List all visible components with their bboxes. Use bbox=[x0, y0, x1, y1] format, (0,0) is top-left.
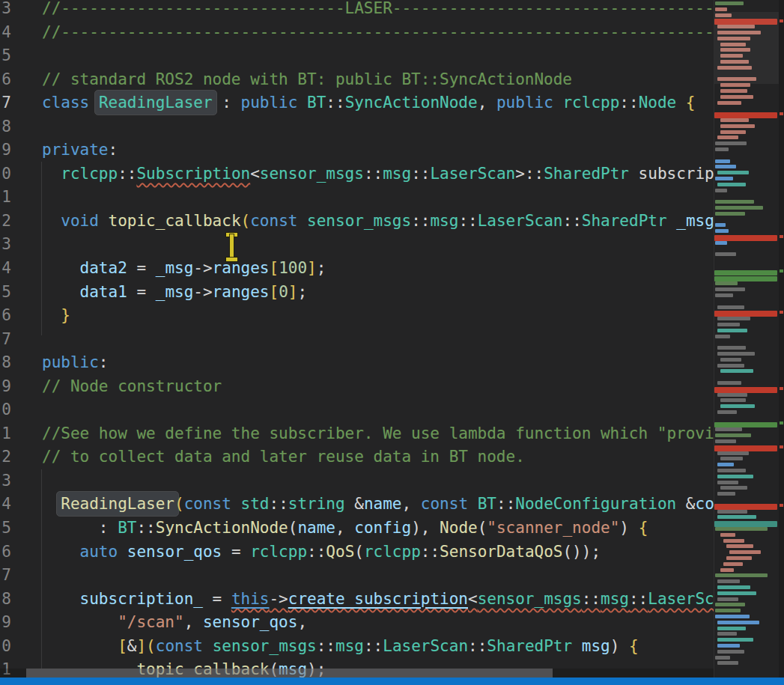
minimap-row bbox=[717, 579, 740, 583]
minimap-row bbox=[717, 305, 744, 309]
minimap-row bbox=[715, 615, 750, 618]
line-number[interactable]: 7 bbox=[0, 328, 11, 352]
minimap-row bbox=[714, 422, 777, 427]
code-line[interactable] bbox=[42, 328, 714, 352]
code-line[interactable]: // standard ROS2 node with BT: public BT… bbox=[42, 68, 714, 92]
line-number[interactable]: 5 bbox=[0, 44, 11, 68]
code-line[interactable]: //--------------------------------------… bbox=[42, 21, 714, 45]
minimap-row bbox=[715, 1, 744, 5]
line-number[interactable]: 5 bbox=[0, 517, 11, 541]
minimap-row bbox=[715, 609, 741, 612]
minimap-row bbox=[720, 118, 749, 122]
code-line[interactable]: class ReadingLaser : public BT::SyncActi… bbox=[42, 91, 714, 115]
minimap-row bbox=[715, 141, 747, 145]
code-line[interactable]: public: bbox=[42, 351, 714, 375]
code-line[interactable] bbox=[42, 115, 714, 139]
line-number[interactable]: 8 bbox=[0, 588, 11, 612]
line-number[interactable]: 8 bbox=[0, 115, 11, 139]
minimap-row bbox=[717, 585, 750, 589]
line-number[interactable]: 0 bbox=[0, 635, 11, 659]
minimap-slider[interactable] bbox=[714, 12, 780, 84]
code-line[interactable] bbox=[42, 398, 714, 422]
code-line[interactable] bbox=[42, 469, 714, 493]
code-line[interactable]: rclcpp::Subscription<sensor_msgs::msg::L… bbox=[42, 162, 714, 186]
line-number[interactable]: 8 bbox=[0, 351, 11, 375]
minimap-row bbox=[717, 597, 738, 601]
code-line[interactable]: auto sensor_qos = rclcpp::QoS(rclcpp::Se… bbox=[42, 541, 714, 564]
minimap-row bbox=[717, 323, 740, 326]
line-number[interactable]: 6 bbox=[0, 304, 11, 328]
code-line[interactable]: "/scan", sensor_qos, bbox=[42, 611, 714, 635]
code-line[interactable]: : BT::SyncActionNode(name, config), Node… bbox=[42, 517, 714, 541]
code-line[interactable]: //See how we define the subscriber. We u… bbox=[42, 422, 714, 446]
minimap-row bbox=[720, 89, 747, 93]
code-line[interactable] bbox=[42, 564, 714, 588]
line-number[interactable]: 0 bbox=[0, 162, 11, 186]
line-number[interactable]: 9 bbox=[0, 375, 11, 399]
line-number[interactable]: 2 bbox=[0, 210, 11, 234]
line-number[interactable]: 6 bbox=[0, 541, 11, 564]
minimap-row bbox=[717, 101, 741, 105]
minimap-row bbox=[715, 656, 730, 660]
minimap-row bbox=[717, 451, 749, 455]
code-line[interactable]: ReadingLaser(const std::string &name, co… bbox=[42, 493, 714, 517]
line-number[interactable]: 1 bbox=[0, 422, 11, 446]
minimap-row bbox=[729, 550, 761, 554]
minimap-row bbox=[726, 544, 753, 548]
code-line[interactable]: subscription_ = this->create_subscriptio… bbox=[42, 588, 714, 612]
line-number[interactable]: 4 bbox=[0, 493, 11, 517]
minimap-row bbox=[717, 183, 746, 186]
code-line[interactable]: // to collect data and later reuse data … bbox=[42, 445, 714, 469]
minimap-row bbox=[715, 293, 733, 297]
horizontal-scrollbar-thumb[interactable] bbox=[26, 669, 553, 678]
minimap-row bbox=[715, 287, 745, 291]
line-number[interactable]: 9 bbox=[0, 611, 11, 635]
code-line[interactable] bbox=[42, 186, 714, 210]
minimap-row bbox=[717, 317, 750, 320]
code-line[interactable] bbox=[42, 44, 714, 68]
line-number[interactable]: 6 bbox=[0, 68, 11, 92]
minimap-row bbox=[720, 533, 735, 537]
minimap-row bbox=[717, 136, 738, 139]
line-number[interactable]: 3 bbox=[0, 0, 11, 21]
minimap-row bbox=[717, 661, 738, 665]
minimap-row bbox=[715, 7, 727, 11]
code-line[interactable]: } bbox=[42, 304, 714, 328]
line-number[interactable]: 0 bbox=[0, 398, 11, 422]
line-number[interactable]: 1 bbox=[0, 186, 11, 210]
minimap-row bbox=[723, 562, 743, 566]
horizontal-scrollbar[interactable] bbox=[0, 669, 714, 678]
minimap-row bbox=[726, 556, 752, 560]
code-line[interactable]: // Node constructor bbox=[42, 375, 714, 399]
code-line[interactable]: data1 = _msg->ranges[0]; bbox=[42, 281, 714, 305]
minimap-row bbox=[720, 95, 753, 99]
line-number[interactable]: 7 bbox=[0, 564, 11, 588]
minimap-row bbox=[715, 229, 729, 233]
code-line[interactable]: [&](const sensor_msgs::msg::LaserScan::S… bbox=[42, 635, 714, 659]
minimap[interactable] bbox=[714, 0, 780, 685]
line-number[interactable]: 2 bbox=[0, 445, 11, 469]
code-line[interactable]: //------------------------------LASER---… bbox=[42, 0, 714, 21]
line-number[interactable]: 5 bbox=[0, 281, 11, 305]
minimap-row bbox=[717, 481, 738, 484]
minimap-row bbox=[717, 492, 735, 496]
line-number[interactable]: 3 bbox=[0, 233, 11, 257]
line-number[interactable]: 7 bbox=[0, 91, 11, 115]
minimap-row bbox=[720, 404, 755, 408]
minimap-row bbox=[717, 644, 740, 648]
code-lines[interactable]: //------------------------------LASER---… bbox=[42, 0, 714, 682]
minimap-row bbox=[714, 311, 777, 317]
line-number[interactable]: 9 bbox=[0, 138, 11, 162]
line-number[interactable]: 3 bbox=[0, 469, 11, 493]
code-line[interactable]: private: bbox=[42, 138, 714, 162]
line-number[interactable]: 4 bbox=[0, 21, 11, 45]
code-line[interactable] bbox=[42, 233, 714, 257]
code-area[interactable]: 34567890123456789012345678901 //--------… bbox=[0, 0, 714, 685]
minimap-row bbox=[717, 650, 744, 654]
status-bar[interactable] bbox=[0, 678, 784, 685]
line-number-gutter[interactable]: 34567890123456789012345678901 bbox=[0, 0, 11, 682]
code-line[interactable]: data2 = _msg->ranges[100]; bbox=[42, 257, 714, 281]
minimap-row bbox=[717, 510, 747, 514]
line-number[interactable]: 4 bbox=[0, 257, 11, 281]
code-line[interactable]: void topic_callback(const sensor_msgs::m… bbox=[42, 210, 714, 234]
